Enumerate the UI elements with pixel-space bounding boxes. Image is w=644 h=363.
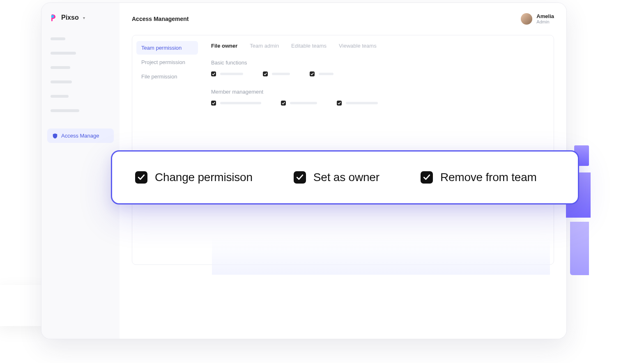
shield-icon (52, 133, 58, 139)
callout-label: Change permisison (155, 171, 253, 184)
panel-main: File owner Team admin Editable teams Vie… (202, 35, 554, 264)
tab-team-admin[interactable]: Team admin (250, 43, 279, 49)
callout-change-permission[interactable]: Change permisison (135, 171, 253, 184)
sidebar-item-access-management[interactable]: Access Manage (47, 129, 114, 143)
sidebar-skeleton-item (51, 37, 65, 40)
permission-toggle[interactable] (211, 71, 243, 76)
side-nav-project-permission[interactable]: Project permission (136, 55, 198, 69)
panel-side-nav: Team permission Project permission File … (132, 35, 202, 264)
checkbox-checked-icon (337, 101, 342, 106)
sidebar-skeleton-item (51, 66, 70, 69)
user-name: Amelia (536, 14, 554, 19)
tab-editable-teams[interactable]: Editable teams (291, 43, 327, 49)
sidebar-item-label: Access Manage (61, 133, 99, 139)
label-skeleton (272, 73, 290, 75)
label-skeleton (220, 102, 261, 104)
checkbox-checked-icon (310, 71, 315, 76)
label-skeleton (346, 102, 378, 104)
sidebar-skeleton-item (51, 52, 76, 55)
permission-toggle[interactable] (310, 71, 334, 76)
role-tabs: File owner Team admin Editable teams Vie… (211, 43, 545, 49)
sidebar: Pixso ▾ Access Manage (41, 3, 120, 339)
topbar: Access Management Amelia Admin (120, 3, 566, 35)
checkbox-checked-icon (263, 71, 268, 76)
tab-file-owner[interactable]: File owner (211, 43, 237, 49)
checkbox-checked-icon (281, 101, 286, 106)
sidebar-skeleton-item (51, 95, 69, 98)
section-title: Member management (211, 89, 545, 95)
sidebar-skeleton-item (51, 80, 72, 83)
user-role: Admin (536, 19, 554, 24)
permission-toggle[interactable] (211, 101, 261, 106)
brand-name: Pixso (61, 14, 79, 21)
callout-label: Remove from team (440, 171, 537, 184)
user-menu[interactable]: Amelia Admin (521, 13, 554, 25)
checkbox-checked-icon (294, 171, 306, 184)
page-edge-shadow (0, 285, 47, 326)
svg-point-0 (51, 15, 54, 18)
checkbox-checked-icon (135, 171, 147, 184)
tab-viewable-teams[interactable]: Viewable teams (339, 43, 377, 49)
checkbox-checked-icon (421, 171, 433, 184)
section-title: Basic functions (211, 60, 545, 66)
callout-set-as-owner[interactable]: Set as owner (294, 171, 380, 184)
page-title: Access Management (132, 16, 189, 22)
chevron-down-icon: ▾ (83, 16, 85, 20)
pixso-logo-icon (50, 14, 58, 22)
sidebar-skeleton-item (51, 109, 79, 112)
permissions-callout: Change permisison Set as owner Remove fr… (111, 150, 579, 204)
permission-toggle[interactable] (337, 101, 378, 106)
callout-label: Set as owner (313, 171, 380, 184)
brand-logo[interactable]: Pixso ▾ (50, 14, 111, 22)
sidebar-nav-placeholder-group (51, 37, 110, 112)
avatar (521, 13, 532, 25)
side-nav-team-permission[interactable]: Team permission (136, 41, 198, 55)
label-skeleton (220, 73, 243, 75)
decorative-accent (570, 222, 589, 275)
section-member-management: Member management (211, 89, 545, 106)
permission-toggle[interactable] (263, 71, 290, 76)
permissions-panel: Team permission Project permission File … (132, 35, 554, 265)
checkbox-checked-icon (211, 71, 216, 76)
label-skeleton (290, 102, 317, 104)
label-skeleton (319, 73, 334, 75)
permission-toggle[interactable] (281, 101, 317, 106)
side-nav-file-permission[interactable]: File permission (136, 70, 198, 83)
checkbox-checked-icon (211, 101, 216, 106)
section-basic-functions: Basic functions (211, 60, 545, 76)
callout-remove-from-team[interactable]: Remove from team (421, 171, 537, 184)
